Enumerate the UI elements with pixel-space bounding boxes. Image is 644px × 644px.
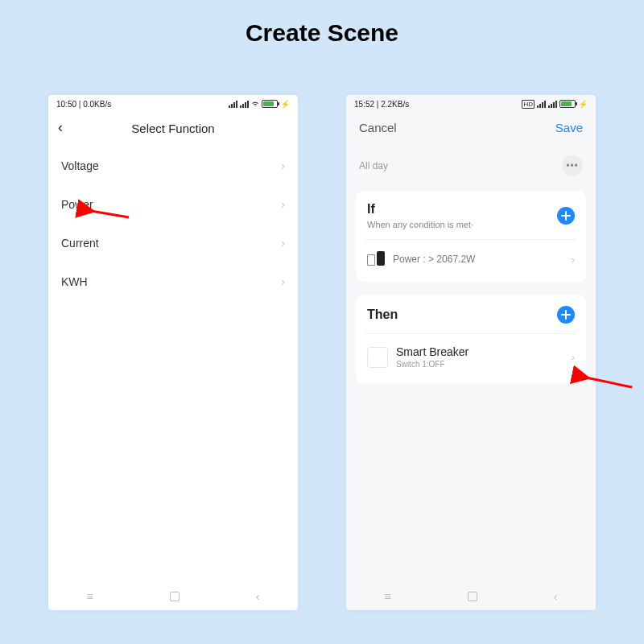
battery-icon [559, 100, 576, 108]
status-time: 10:50 [56, 100, 76, 109]
header-title: Select Function [131, 122, 214, 135]
device-thumb-icon [367, 347, 388, 368]
phone-select-function: 10:50 | 0.0KB/s ⚡ ‹ Select Function Volt… [48, 95, 298, 610]
function-label: KWH [61, 275, 88, 288]
charging-icon: ⚡ [280, 100, 290, 109]
back-button[interactable]: ‹ [58, 119, 63, 136]
plus-icon [561, 310, 571, 320]
android-navbar: ≡ ‹ [346, 583, 596, 610]
condition-row[interactable]: Power : > 2067.2W › [367, 240, 575, 277]
chevron-right-icon: › [281, 275, 285, 288]
phone-create-scene: 15:52 | 2.2KB/s HD ⚡ Cancel Save All day… [346, 95, 596, 610]
statusbar: 15:52 | 2.2KB/s HD ⚡ [346, 95, 596, 113]
signal-icon [240, 101, 249, 108]
status-icons: ⚡ [229, 100, 290, 109]
signal-icon [537, 101, 546, 108]
nav-back-icon[interactable]: ‹ [554, 590, 558, 603]
function-label: Voltage [61, 159, 99, 172]
page-title: Create Scene [0, 0, 644, 47]
action-detail: Switch 1:OFF [396, 360, 469, 369]
if-card: If When any condition is met· Power : > … [356, 191, 586, 282]
battery-icon [262, 100, 278, 108]
chevron-right-icon: › [281, 159, 285, 172]
hd-icon: HD [522, 100, 535, 109]
then-card: Then Smart Breaker Switch 1:OFF › [356, 295, 586, 383]
schedule-label[interactable]: All day [359, 160, 388, 171]
function-label: Current [61, 237, 99, 250]
function-row-power[interactable]: Power › [48, 185, 298, 224]
android-navbar: ≡ ‹ [48, 583, 298, 610]
condition-text: Power : > 2067.2W [393, 254, 475, 265]
statusbar: 10:50 | 0.0KB/s ⚡ [48, 95, 298, 113]
status-icons: HD ⚡ [522, 100, 588, 109]
chevron-right-icon: › [572, 351, 575, 363]
status-time: 15:52 [354, 100, 374, 109]
if-title: If [367, 202, 473, 217]
nav-home-icon[interactable] [170, 592, 180, 601]
add-condition-button[interactable] [557, 207, 575, 225]
charging-icon: ⚡ [578, 100, 588, 109]
function-row-kwh[interactable]: KWH › [48, 262, 298, 301]
action-row[interactable]: Smart Breaker Switch 1:OFF › [367, 334, 575, 378]
chevron-right-icon: › [281, 237, 285, 250]
then-title: Then [367, 308, 398, 322]
plus-icon [561, 211, 571, 221]
device-icon [367, 251, 385, 267]
if-subtitle: When any condition is met· [367, 220, 473, 229]
signal-icon [229, 101, 237, 108]
more-button[interactable]: ••• [562, 155, 583, 176]
action-device: Smart Breaker [396, 345, 469, 358]
status-net: 2.2KB/s [381, 100, 409, 109]
nav-recent-icon[interactable]: ≡ [87, 590, 93, 603]
chevron-right-icon: › [281, 198, 285, 211]
function-label: Power [61, 198, 93, 211]
wifi-icon [251, 101, 259, 107]
status-net: 0.0KB/s [83, 100, 111, 109]
signal-icon [548, 101, 557, 108]
chevron-right-icon: › [572, 254, 575, 266]
app-header: ‹ Select Function [48, 113, 298, 143]
cancel-button[interactable]: Cancel [359, 121, 397, 134]
function-row-voltage[interactable]: Voltage › [48, 147, 298, 185]
save-button[interactable]: Save [555, 121, 583, 134]
scene-header: Cancel Save [346, 113, 596, 141]
nav-home-icon[interactable] [468, 592, 477, 601]
function-row-current[interactable]: Current › [48, 224, 298, 262]
nav-back-icon[interactable]: ‹ [256, 590, 260, 603]
add-action-button[interactable] [557, 306, 575, 324]
scene-subheader: All day ••• [346, 141, 596, 184]
nav-recent-icon[interactable]: ≡ [385, 590, 391, 603]
